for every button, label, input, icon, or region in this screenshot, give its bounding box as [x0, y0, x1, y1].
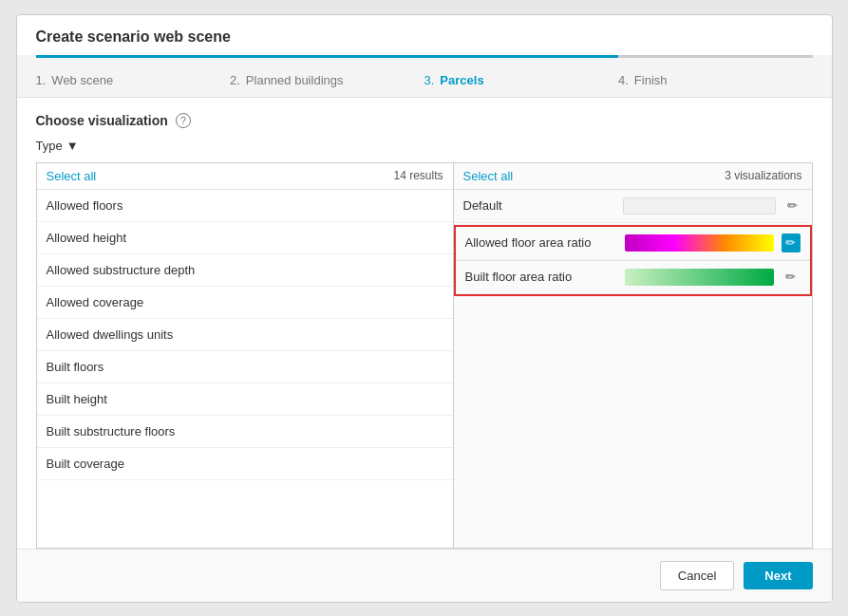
- type-dropdown[interactable]: Type ▼: [36, 139, 79, 153]
- help-icon[interactable]: ?: [176, 113, 191, 128]
- dialog-title: Create scenario web scene: [17, 15, 832, 55]
- left-panel-header: Select all 14 results: [37, 163, 453, 190]
- choose-viz-label: Choose visualization: [36, 113, 168, 128]
- viz-item-built-floor: Built floor area ratio ✏: [456, 260, 810, 294]
- step-3-num: 3.: [424, 73, 435, 87]
- viz-list: Default ✏ Allowed floor area ratio ✏: [454, 190, 812, 548]
- list-item[interactable]: Built height: [37, 383, 453, 416]
- right-panel: Select all 3 visualizations Default ✏ Al: [454, 162, 813, 549]
- left-list: Allowed floors Allowed height Allowed su…: [37, 190, 453, 548]
- step-3[interactable]: 3. Parcels: [424, 65, 619, 97]
- step-3-label: Parcels: [440, 73, 483, 87]
- step-2-label: Planned buildings: [246, 73, 344, 87]
- edit-icon[interactable]: ✏: [783, 196, 802, 215]
- list-item[interactable]: Built coverage: [37, 448, 453, 480]
- step-4[interactable]: 4. Finish: [618, 65, 813, 97]
- list-item[interactable]: Allowed coverage: [37, 287, 453, 319]
- next-button[interactable]: Next: [744, 562, 812, 589]
- type-row: Type ▼: [36, 138, 813, 153]
- list-item[interactable]: Allowed height: [37, 222, 453, 254]
- step-2[interactable]: 2. Planned buildings: [230, 65, 424, 97]
- left-select-all[interactable]: Select all: [47, 169, 97, 183]
- list-item[interactable]: Allowed substructure depth: [37, 254, 453, 287]
- cancel-button[interactable]: Cancel: [660, 561, 734, 590]
- list-item[interactable]: Built substructure floors: [37, 416, 453, 448]
- viz-item-label: Allowed floor area ratio: [465, 235, 617, 250]
- color-bar-green: [625, 269, 774, 286]
- color-bar-rainbow: [625, 234, 774, 252]
- dialog-footer: Cancel Next: [17, 549, 832, 602]
- main-content: Choose visualization ? Type ▼ Select all…: [17, 98, 832, 549]
- viz-item-default: Default ✏: [454, 190, 812, 223]
- step-2-num: 2.: [230, 73, 240, 87]
- list-item[interactable]: Allowed dwellings units: [37, 319, 453, 351]
- color-bar-default: [623, 197, 776, 215]
- right-viz-count: 3 visualizations: [725, 169, 801, 182]
- edit-icon[interactable]: ✏: [782, 268, 801, 287]
- choose-viz-row: Choose visualization ?: [36, 113, 813, 128]
- highlighted-group: Allowed floor area ratio ✏ Built floor a…: [454, 225, 812, 296]
- step-1-num: 1.: [36, 73, 47, 87]
- viz-item-label: Default: [463, 198, 615, 213]
- edit-icon-active[interactable]: ✏: [782, 233, 801, 252]
- steps-container: 1. Web scene 2. Planned buildings 3. Par…: [17, 58, 832, 98]
- right-panel-header: Select all 3 visualizations: [454, 163, 812, 190]
- step-4-label: Finish: [634, 73, 668, 87]
- viz-item-label: Built floor area ratio: [465, 270, 617, 284]
- left-results-count: 14 results: [393, 169, 443, 182]
- type-chevron-icon: ▼: [66, 139, 79, 153]
- panels: Select all 14 results Allowed floors All…: [36, 162, 813, 549]
- step-1[interactable]: 1. Web scene: [36, 65, 231, 97]
- type-label: Type: [36, 139, 63, 153]
- create-scenario-dialog: Create scenario web scene 1. Web scene 2…: [16, 14, 833, 603]
- list-item[interactable]: Allowed floors: [37, 190, 453, 222]
- step-4-num: 4.: [618, 73, 629, 87]
- list-item[interactable]: Built floors: [37, 351, 453, 383]
- left-panel: Select all 14 results Allowed floors All…: [36, 162, 454, 549]
- step-1-label: Web scene: [51, 73, 113, 87]
- viz-item-allowed-floor: Allowed floor area ratio ✏: [456, 227, 810, 260]
- right-select-all[interactable]: Select all: [463, 169, 514, 183]
